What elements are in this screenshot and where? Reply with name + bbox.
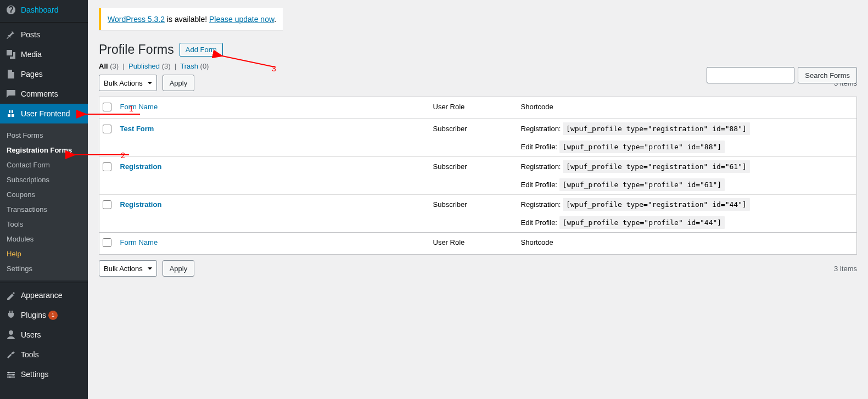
row-checkbox[interactable] [103, 125, 111, 133]
update-notice: WordPress 5.3.2 is available! Please upd… [99, 8, 283, 30]
reg-shortcode[interactable]: [wpuf_profile type="registration" id="88… [563, 122, 750, 135]
bulk-action-select-top[interactable]: Bulk Actions [99, 75, 157, 91]
edit-shortcode[interactable]: [wpuf_profile type="profile" id="61"] [559, 178, 725, 191]
filter-all-count: (3) [110, 62, 119, 70]
reg-shortcode[interactable]: [wpuf_profile type="registration" id="44… [563, 198, 750, 211]
sidebar-sub-coupons[interactable]: Coupons [0, 187, 88, 202]
notice-text: is available! [165, 15, 209, 24]
row-name-cell: Test Form [115, 119, 428, 157]
search-box: Search Forms [707, 67, 857, 83]
content-area: WordPress 5.3.2 is available! Please upd… [88, 0, 868, 399]
search-button[interactable]: Search Forms [798, 67, 857, 83]
tools-icon [5, 349, 16, 360]
sidebar-item-plugins[interactable]: Plugins 1 [0, 305, 88, 325]
plugins-icon [5, 310, 16, 321]
sidebar-item-comments[interactable]: Comments [0, 84, 88, 104]
comments-icon [5, 88, 16, 99]
col-footer-role: User Role [428, 233, 516, 255]
sidebar-label: Comments [21, 89, 58, 98]
table-row: Registration Subscriber Registration: [w… [99, 195, 857, 233]
apply-button-top[interactable]: Apply [163, 75, 195, 91]
form-name-link[interactable]: Registration [120, 162, 162, 171]
search-input[interactable] [707, 67, 794, 83]
col-header-name: Form Name [115, 97, 428, 119]
sidebar-item-user-frontend[interactable]: User Frontend [0, 104, 88, 123]
edit-shortcode[interactable]: [wpuf_profile type="profile" id="44"] [559, 216, 725, 229]
filter-trash[interactable]: Trash [180, 62, 198, 70]
plugin-update-badge: 1 [48, 311, 58, 320]
row-check-cell [99, 119, 115, 157]
svg-point-2 [9, 376, 11, 378]
sidebar-item-appearance[interactable]: Appearance [0, 285, 88, 305]
media-icon [5, 49, 16, 60]
col-footer-name: Form Name [115, 233, 428, 255]
sidebar-sub-contact-form[interactable]: Contact Form [0, 158, 88, 172]
table-row: Test Form Subscriber Registration: [wpuf… [99, 119, 857, 157]
sidebar-item-media[interactable]: Media [0, 44, 88, 64]
edit-label: Edit Profile: [521, 143, 559, 151]
sidebar-sub-subscriptions[interactable]: Subscriptions [0, 172, 88, 187]
row-checkbox[interactable] [103, 162, 111, 171]
page-title: Profile Forms [99, 42, 174, 57]
filter-trash-count: (0) [200, 62, 209, 70]
sidebar-label: Plugins [21, 311, 46, 319]
form-name-link[interactable]: Test Form [120, 125, 154, 133]
row-role-cell: Subscriber [428, 195, 516, 233]
reg-shortcode[interactable]: [wpuf_profile type="registration" id="61… [563, 160, 750, 173]
select-all-footer [99, 233, 115, 255]
table-row: Registration Subscriber Registration: [w… [99, 157, 857, 195]
sidebar-item-settings[interactable]: Settings [0, 364, 88, 384]
sidebar-sub-modules[interactable]: Modules [0, 232, 88, 246]
users-icon [5, 329, 16, 340]
sidebar-label: Dashboard [21, 5, 59, 14]
sidebar-sub-help[interactable]: Help [0, 246, 88, 261]
appearance-icon [5, 290, 16, 301]
sidebar-label: Tools [21, 350, 39, 359]
bulk-action-select-bottom[interactable]: Bulk Actions [99, 260, 157, 277]
row-shortcode-cell: Registration: [wpuf_profile type="regist… [516, 119, 857, 157]
row-name-cell: Registration [115, 195, 428, 233]
form-name-link[interactable]: Registration [120, 200, 162, 209]
sidebar-label: Settings [21, 370, 49, 379]
sidebar-sub-settings[interactable]: Settings [0, 261, 88, 276]
admin-sidebar: Dashboard Posts Media Pages Comments Use… [0, 0, 88, 399]
select-all-top[interactable] [103, 103, 111, 111]
tablenav-bottom: Bulk Actions Apply 3 items [99, 260, 857, 277]
sidebar-submenu: Post Forms Registration Forms Contact Fo… [0, 123, 88, 280]
filter-published-count: (3) [162, 62, 171, 70]
edit-shortcode[interactable]: [wpuf_profile type="profile" id="88"] [559, 141, 725, 153]
sidebar-sub-registration-forms[interactable]: Registration Forms [0, 143, 88, 158]
update-now-link[interactable]: Please update now [209, 15, 274, 24]
col-header-role: User Role [428, 97, 516, 119]
filter-published[interactable]: Published [128, 62, 160, 70]
row-check-cell [99, 157, 115, 195]
sidebar-sub-transactions[interactable]: Transactions [0, 202, 88, 217]
row-checkbox[interactable] [103, 200, 111, 209]
apply-button-bottom[interactable]: Apply [163, 260, 195, 277]
filter-all[interactable]: All [99, 62, 108, 70]
sort-by-name[interactable]: Form Name [120, 103, 158, 111]
sidebar-item-dashboard[interactable]: Dashboard [0, 0, 88, 20]
sidebar-sub-tools[interactable]: Tools [0, 217, 88, 232]
sidebar-item-tools[interactable]: Tools [0, 345, 88, 364]
sidebar-label: User Frontend [21, 109, 70, 118]
row-check-cell [99, 195, 115, 233]
sidebar-item-users[interactable]: Users [0, 325, 88, 345]
pin-icon [5, 29, 16, 40]
col-header-shortcode: Shortcode [516, 97, 857, 119]
sidebar-item-posts[interactable]: Posts [0, 25, 88, 44]
wp-version-link[interactable]: WordPress 5.3.2 [108, 15, 165, 24]
add-form-button[interactable]: Add Form [180, 43, 223, 57]
svg-point-0 [8, 372, 10, 374]
edit-label: Edit Profile: [521, 181, 559, 189]
sort-by-name-footer[interactable]: Form Name [120, 238, 158, 246]
sidebar-label: Users [21, 330, 41, 339]
sidebar-sub-post-forms[interactable]: Post Forms [0, 128, 88, 143]
page-header: Profile Forms Add Form [99, 42, 857, 57]
reg-label: Registration: [521, 125, 563, 133]
select-all-bottom[interactable] [103, 238, 111, 247]
sidebar-label: Media [21, 50, 42, 59]
row-shortcode-cell: Registration: [wpuf_profile type="regist… [516, 195, 857, 233]
sidebar-item-pages[interactable]: Pages [0, 64, 88, 84]
items-count-bottom: 3 items [834, 265, 857, 273]
